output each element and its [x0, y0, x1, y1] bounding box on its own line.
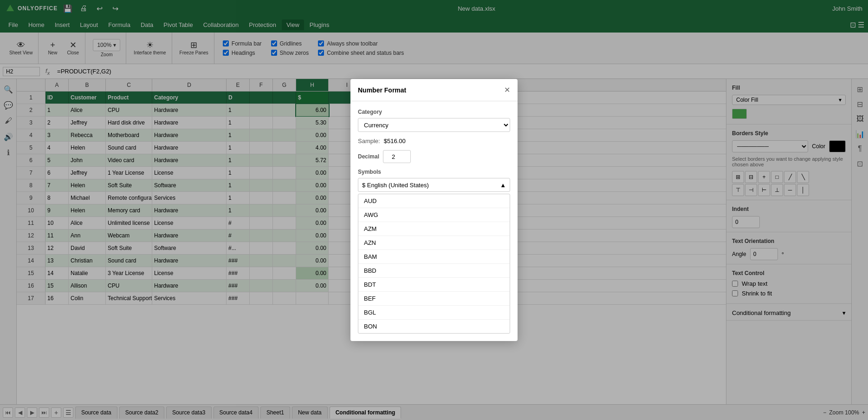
currency-item-BON[interactable]: BON	[358, 320, 510, 333]
currency-item-AZN[interactable]: AZN	[358, 236, 510, 250]
decimal-label: Decimal	[358, 153, 379, 160]
number-format-modal: Number Format ✕ Category Currency Number…	[350, 79, 518, 341]
currency-item-BGL[interactable]: BGL	[358, 306, 510, 320]
currency-item-AWG[interactable]: AWG	[358, 208, 510, 222]
category-label: Category	[358, 109, 510, 115]
modal-body: Category Currency Number Percentage Date…	[350, 101, 518, 341]
currency-item-BDT[interactable]: BDT	[358, 278, 510, 292]
sample-value: $516.00	[384, 138, 406, 144]
symbols-dropdown[interactable]: $ English (United States) ▲	[358, 178, 510, 192]
sample-row: Sample: $516.00	[358, 138, 510, 144]
currency-item-AZM[interactable]: AZM	[358, 222, 510, 236]
symbols-dropdown-arrow: ▲	[500, 182, 506, 189]
currency-list: AUD AWG AZM AZN BAM BBD BDT BEF BGL BON	[358, 194, 510, 334]
currency-item-BEF[interactable]: BEF	[358, 292, 510, 306]
modal-title: Number Format	[358, 86, 406, 94]
currency-item-BAM[interactable]: BAM	[358, 250, 510, 264]
sample-label: Sample:	[358, 138, 380, 144]
currency-item-BBD[interactable]: BBD	[358, 264, 510, 278]
currency-item-AUD[interactable]: AUD	[358, 194, 510, 208]
modal-close-button[interactable]: ✕	[504, 85, 510, 94]
modal-overlay: Number Format ✕ Category Currency Number…	[0, 0, 868, 420]
category-dropdown[interactable]: Currency Number Percentage Date Time Tex…	[358, 118, 510, 132]
modal-header: Number Format ✕	[350, 79, 518, 101]
decimal-input[interactable]	[383, 150, 411, 163]
symbols-label: Symbols	[358, 169, 510, 175]
decimal-row: Decimal	[358, 150, 510, 163]
